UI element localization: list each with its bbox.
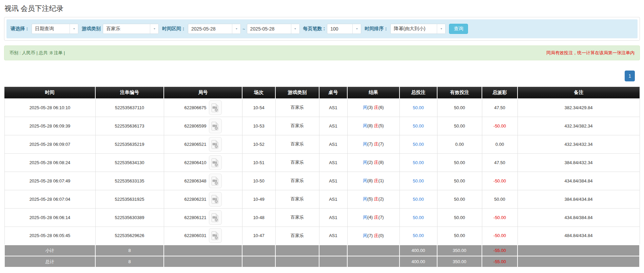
cell-result: 闲(7) 庄(7)	[347, 135, 399, 153]
total-bet-link[interactable]: 50.00	[413, 160, 424, 165]
cell-time: 2025-05-28 06:09:39	[4, 117, 95, 135]
total-bet-link[interactable]: 50.00	[413, 178, 424, 183]
chevron-down-icon	[437, 24, 445, 34]
page-title: 视讯 会员下注纪录	[4, 4, 644, 13]
cell-valid-bet: 0.00	[437, 135, 482, 153]
result-banker: 庄(7)	[374, 215, 384, 220]
video-replay-button[interactable]	[209, 155, 222, 170]
cell-result: 闲(3) 庄(6)	[347, 98, 399, 117]
video-replay-button[interactable]	[209, 174, 222, 188]
footer-valid-bet: 350.00	[437, 245, 482, 256]
total-bet-link[interactable]: 50.00	[413, 123, 424, 129]
cell-result: 闲(5) 庄(2)	[347, 190, 399, 208]
total-bet-link[interactable]: 50.00	[413, 215, 424, 220]
cell-game-type: 百家乐	[275, 172, 319, 190]
cell-total-bet: 50.00	[399, 172, 437, 190]
round-number: 622806521	[184, 142, 206, 147]
total-bet-link[interactable]: 50.00	[413, 197, 424, 202]
result-player: 闲(7)	[363, 141, 373, 147]
footer-payout: -55.00	[482, 256, 518, 267]
summary-note: 同局有效投注，统一计算在该局第一张注单内	[546, 50, 635, 56]
page-size-select[interactable]: 100	[327, 24, 361, 34]
date-from-picker[interactable]: 2025-05-28	[188, 24, 241, 34]
video-replay-document-icon	[211, 121, 219, 131]
footer-count: 8	[95, 245, 164, 256]
query-type-label: 请选择：	[11, 26, 30, 32]
cell-table-id: AS1	[319, 135, 347, 153]
cell-time: 2025-05-28 06:06:14	[4, 208, 95, 227]
sort-order-select[interactable]: 降幂(由大到小)	[390, 24, 446, 34]
sort-order-label: 时间排序：	[365, 26, 388, 32]
total-bet-link[interactable]: 50.00	[413, 142, 424, 147]
summary-bar: 币别 : 人民币 | 总共 :8 注单 | 同局有效投注，统一计算在该局第一张注…	[4, 45, 640, 60]
table-footer: 小计8400.00350.00-55.00总计8400.00350.00-55.…	[4, 245, 640, 267]
cell-remark: 384.84/434.84	[518, 190, 640, 208]
cell-remark: 484.84/434.84	[518, 227, 640, 245]
cell-valid-bet: 50.00	[437, 190, 482, 208]
table-row: 2025-05-28 06:08:24522535634130622806410…	[4, 153, 640, 172]
table-body: 2025-05-28 06:10:10522535637110622806675…	[4, 98, 640, 245]
cell-session: 10-48	[242, 208, 275, 227]
cell-valid-bet: 50.00	[437, 98, 482, 117]
cell-table-id: AS1	[319, 227, 347, 245]
total-bet-link[interactable]: 50.00	[413, 233, 424, 238]
round-number: 622806675	[184, 105, 206, 110]
header-payout: 总派彩	[482, 87, 518, 98]
cell-game-type: 百家乐	[275, 117, 319, 135]
video-replay-button[interactable]	[209, 210, 222, 225]
cell-valid-bet: 50.00	[437, 153, 482, 172]
search-button[interactable]: 查询	[449, 24, 468, 34]
chevron-down-icon	[352, 24, 361, 34]
game-type-value: 百家乐	[103, 26, 150, 32]
subtotal-row: 小计8400.00350.00-55.00	[4, 245, 640, 256]
header-game-type: 游戏类别	[275, 87, 319, 98]
video-replay-document-icon	[211, 231, 219, 240]
cell-payout: 0.00	[482, 135, 518, 153]
round-number: 622806348	[184, 178, 206, 183]
video-replay-button[interactable]	[209, 100, 222, 115]
date-range-separator: ~	[242, 26, 245, 32]
cell-bet-id: 522535633135	[95, 172, 164, 190]
game-type-select[interactable]: 百家乐	[103, 24, 159, 34]
chevron-down-icon	[232, 24, 240, 34]
cell-time: 2025-05-28 06:07:04	[4, 190, 95, 208]
table-header: 时间 注单编号 局号 场次 游戏类别 桌号 结果 总投注 有效投注 总派彩 备注	[4, 87, 640, 98]
video-replay-document-icon	[211, 176, 219, 186]
cell-remark: 382.34/429.84	[518, 98, 640, 117]
cell-total-bet: 50.00	[399, 153, 437, 172]
round-number: 622806031	[184, 233, 206, 238]
date-to-picker[interactable]: 2025-05-28	[247, 24, 300, 34]
total-row: 总计8400.00350.00-55.00	[4, 256, 640, 267]
video-replay-button[interactable]	[209, 137, 222, 152]
table-row: 2025-05-28 06:05:45522535629626622806031…	[4, 227, 640, 245]
total-bet-link[interactable]: 50.00	[413, 105, 424, 110]
header-bet-id: 注单编号	[95, 87, 164, 98]
result-banker: 庄(1)	[374, 178, 384, 183]
cell-round-id: 622806348	[164, 172, 242, 190]
cell-remark: 434.84/384.84	[518, 172, 640, 190]
cell-payout: 47.50	[482, 98, 518, 117]
footer-valid-bet: 350.00	[437, 256, 482, 267]
pagination: 1	[0, 71, 635, 82]
cell-payout: -50.00	[482, 227, 518, 245]
table-row: 2025-05-28 06:09:39522535636173622806599…	[4, 117, 640, 135]
video-replay-button[interactable]	[209, 192, 222, 207]
cell-result: 闲(8) 庄(1)	[347, 172, 399, 190]
cell-game-type: 百家乐	[275, 98, 319, 117]
result-player: 闲(8)	[363, 123, 373, 128]
cell-game-type: 百家乐	[275, 208, 319, 227]
header-total-bet: 总投注	[399, 87, 437, 98]
header-round-id: 局号	[164, 87, 242, 98]
cell-round-id: 622806521	[164, 135, 242, 153]
page-1-button[interactable]: 1	[625, 71, 635, 81]
footer-payout: -55.00	[482, 245, 518, 256]
round-number: 622806410	[184, 160, 206, 165]
sort-order-value: 降幂(由大到小)	[391, 26, 437, 32]
query-type-select[interactable]: 日期查询	[32, 24, 78, 34]
video-replay-button[interactable]	[209, 228, 222, 243]
cell-valid-bet: 50.00	[437, 227, 482, 245]
result-player: 闲(3)	[363, 105, 373, 110]
video-replay-button[interactable]	[209, 119, 222, 133]
video-replay-document-icon	[211, 158, 219, 167]
cell-time: 2025-05-28 06:05:45	[4, 227, 95, 245]
